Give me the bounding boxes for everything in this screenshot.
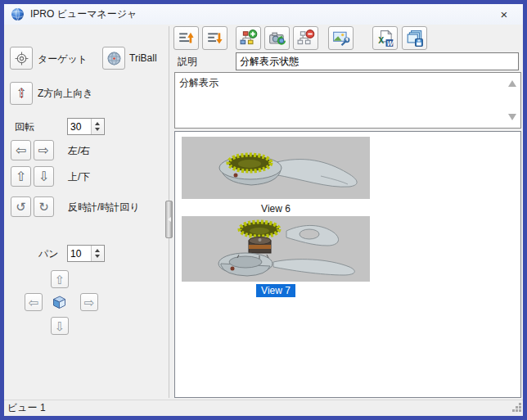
ipro-view-manager-window: IPRO ビューマネージャ × ターゲット TriBall ⇧ <box>0 0 527 420</box>
arrow-up-icon: ⇧ <box>55 273 65 286</box>
add-view-button[interactable] <box>236 26 261 50</box>
exploded-pump-model <box>182 216 370 282</box>
triball-button[interactable] <box>102 47 125 70</box>
arrow-left-icon: ⇦ <box>29 296 39 309</box>
view-6-label[interactable]: View 6 <box>182 202 370 215</box>
target-label: ターゲット <box>38 52 88 66</box>
scroll-up-icon[interactable] <box>508 80 516 87</box>
rotate-up-button[interactable]: ⇧ <box>11 166 31 187</box>
update-view-button[interactable] <box>264 26 290 50</box>
pan-down-button[interactable]: ⇩ <box>51 317 69 335</box>
excel-word-export-icon: X W <box>376 29 394 47</box>
svg-text:X: X <box>378 36 384 45</box>
pan-left-button[interactable]: ⇦ <box>25 293 43 311</box>
z-up-arrow-icon: ⇧ <box>16 87 26 100</box>
spin-up-icon[interactable] <box>95 122 100 125</box>
arrow-right-icon: ⇨ <box>84 296 95 309</box>
pan-input[interactable] <box>68 246 91 261</box>
images-save-icon <box>406 29 424 47</box>
cube-icon <box>51 294 68 313</box>
up-down-label: 上/下 <box>68 170 90 184</box>
rotation-label: 回転 <box>15 120 34 134</box>
left-right-label: 左/右 <box>68 144 90 158</box>
arrow-up-icon: ⇧ <box>16 170 26 183</box>
window-title: IPRO ビューマネージャ <box>30 7 137 21</box>
pan-up-button[interactable]: ⇧ <box>51 270 69 288</box>
status-text: ビュー 1 <box>7 401 46 415</box>
assembled-pump-model <box>182 137 370 199</box>
pan-label: パン <box>38 247 59 261</box>
spin-down-icon[interactable] <box>95 255 100 258</box>
image-wrench-icon <box>332 29 350 47</box>
scroll-down-icon[interactable] <box>508 114 516 120</box>
save-view-images-button[interactable] <box>402 26 427 50</box>
comment-box[interactable]: 分解表示 <box>174 72 521 129</box>
rotation-spin-buttons[interactable] <box>91 119 103 134</box>
target-button[interactable] <box>10 47 33 70</box>
view-6-thumbnail[interactable] <box>182 137 370 199</box>
rotate-cw-button[interactable]: ↻ <box>34 196 54 217</box>
view-list: View 6 View 7 <box>174 131 521 398</box>
move-view-down-button[interactable] <box>202 26 227 50</box>
status-bar: ビュー 1 <box>4 400 523 416</box>
arrow-down-icon: ⇩ <box>55 320 65 332</box>
export-office-button[interactable]: X W <box>372 26 398 50</box>
z-up-button[interactable]: ⇧ <box>10 82 33 105</box>
collapse-left-icon <box>168 217 171 222</box>
move-up-icon <box>178 29 196 47</box>
pan-right-button[interactable]: ⇨ <box>80 293 98 311</box>
rotate-down-button[interactable]: ⇩ <box>34 166 54 187</box>
rotate-ccw-icon: ↺ <box>16 201 26 213</box>
spin-down-icon[interactable] <box>95 128 100 131</box>
arrow-down-icon: ⇩ <box>38 170 49 183</box>
globe-app-icon <box>11 7 25 21</box>
z-up-label: Z方向上向き <box>38 87 93 101</box>
close-button[interactable]: × <box>489 4 520 25</box>
description-input[interactable] <box>236 52 519 70</box>
delete-view-button[interactable] <box>293 26 318 50</box>
resize-grip[interactable] <box>511 401 522 415</box>
rotate-left-button[interactable]: ⇦ <box>11 140 31 160</box>
z-axis-dashed-line <box>21 88 22 98</box>
move-down-icon <box>206 29 224 47</box>
arrow-left-icon: ⇦ <box>16 144 26 157</box>
triball-label: TriBall <box>129 52 157 64</box>
pan-spin-buttons[interactable] <box>91 246 103 261</box>
rotation-stepper <box>67 118 105 135</box>
title-bar: IPRO ビューマネージャ × <box>4 4 523 25</box>
view-settings-button[interactable] <box>328 26 354 50</box>
view-7-thumbnail[interactable] <box>182 216 370 282</box>
rotate-right-button[interactable]: ⇨ <box>34 140 54 160</box>
rotation-input[interactable] <box>68 119 91 134</box>
svg-text:W: W <box>386 39 394 47</box>
delete-view-tree-minus-icon <box>297 29 315 47</box>
splitter-collapse-handle[interactable] <box>165 201 173 238</box>
add-view-tree-plus-icon <box>240 29 258 47</box>
ccw-cw-label: 反時計/時計回り <box>68 201 140 215</box>
spin-up-icon[interactable] <box>95 249 100 252</box>
view-7-label[interactable]: View 7 <box>182 284 370 297</box>
comment-text: 分解表示 <box>179 76 218 90</box>
arrow-right-icon: ⇨ <box>38 144 49 157</box>
camera-refresh-icon <box>268 29 286 47</box>
description-label: 説明 <box>178 55 197 69</box>
target-crosshair-icon <box>14 51 29 66</box>
rotate-ccw-button[interactable]: ↺ <box>11 196 31 217</box>
move-view-up-button[interactable] <box>173 26 199 50</box>
triball-sphere-icon <box>106 51 122 66</box>
pan-stepper <box>67 245 105 262</box>
rotate-cw-icon: ↻ <box>38 201 49 213</box>
